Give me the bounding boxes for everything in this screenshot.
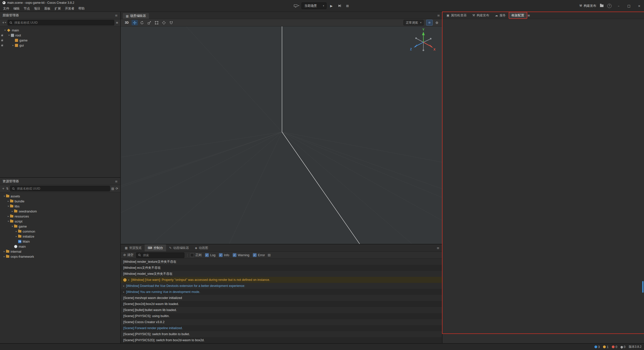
chevron-right-icon[interactable] <box>11 210 14 212</box>
tree-item[interactable]: root <box>0 33 120 38</box>
hierarchy-search-input[interactable] <box>14 21 112 25</box>
menu-item[interactable]: 开发者 <box>63 6 76 12</box>
menu-item[interactable]: 节点 <box>22 6 32 12</box>
inspector-tab[interactable]: 框架配置 <box>509 12 527 18</box>
chevron-down-icon[interactable] <box>7 220 10 223</box>
console-filter[interactable]: 正则 <box>190 253 202 257</box>
log-row[interactable]: [Window] You are running Vue in developm… <box>121 289 442 295</box>
tree-item[interactable]: game <box>0 38 120 43</box>
console-search-input[interactable] <box>142 253 182 257</box>
sort-assets-icon[interactable] <box>6 187 9 190</box>
log-row[interactable]: [Window] render_texture文件夹不存在 <box>121 259 442 265</box>
expand-log-icon[interactable] <box>123 291 125 293</box>
clear-console-button[interactable]: 清空 <box>123 253 133 257</box>
log-row[interactable]: [Scene] meshopt wasm decoder initialized <box>121 295 442 301</box>
log-row[interactable]: [Window] Download the Vue Devtools exten… <box>121 283 442 289</box>
rotate-tool-button[interactable] <box>139 20 145 25</box>
lock-icon[interactable] <box>1 35 3 36</box>
tab-scene-editor[interactable]: 场景编辑器 <box>123 13 149 19</box>
menu-item[interactable]: 帮助 <box>76 6 87 12</box>
console-filter[interactable]: Error <box>253 253 265 257</box>
chevron-right-icon[interactable] <box>3 255 6 258</box>
chevron-down-icon[interactable] <box>11 225 14 228</box>
checkbox-icon[interactable] <box>190 253 194 257</box>
console-filter[interactable]: Info <box>219 253 229 257</box>
create-asset-button[interactable] <box>2 187 5 190</box>
checkbox-icon[interactable] <box>205 253 209 257</box>
chevron-right-icon[interactable] <box>7 215 10 217</box>
projection-3d-toggle[interactable]: 3D <box>123 21 131 24</box>
expand-log-icon[interactable] <box>123 285 125 287</box>
panel-menu-icon[interactable] <box>528 14 530 17</box>
chevron-right-icon[interactable] <box>15 235 18 238</box>
log-row[interactable]: [Window] [Vue warn]: Property "onInput" … <box>121 277 442 283</box>
tree-item[interactable]: libs <box>0 204 120 209</box>
preview-target-button[interactable] <box>294 3 300 9</box>
status-warning-count[interactable]: 1 <box>603 345 609 349</box>
refresh-icon[interactable] <box>116 187 118 190</box>
console-filter[interactable]: Log <box>205 253 215 257</box>
assets-search-input[interactable] <box>16 187 108 191</box>
chevron-right-icon[interactable] <box>3 250 6 253</box>
log-row[interactable]: [Window] model_view文件夹不存在 <box>121 271 442 277</box>
layout-button[interactable] <box>344 3 350 9</box>
minimize-button[interactable] <box>615 4 622 8</box>
hierarchy-search-box[interactable] <box>8 20 114 25</box>
build-publish-button[interactable]: 构建发布 <box>579 4 596 8</box>
chevron-down-icon[interactable] <box>3 195 6 197</box>
tree-item[interactable]: oops-framework <box>0 254 120 259</box>
checkbox-icon[interactable] <box>219 253 223 257</box>
log-row[interactable]: [Scene] [PHYSICS]: using builtin. <box>121 313 442 319</box>
tree-item[interactable]: resources <box>0 214 120 219</box>
inspector-tab[interactable]: 服务 <box>493 12 508 18</box>
open-log-file-icon[interactable] <box>268 253 271 257</box>
log-row[interactable]: [Scene] [bullet]:bullet wasm lib loaded. <box>121 307 442 313</box>
status-notifications[interactable]: 0 <box>621 345 626 349</box>
lock-icon[interactable] <box>1 45 3 46</box>
view-mode-selector[interactable]: 正常浏览 <box>404 20 424 25</box>
gizmo-neg-y-knob[interactable] <box>423 50 424 51</box>
tree-item[interactable]: bundle <box>0 199 120 204</box>
lock-icon[interactable] <box>1 40 3 41</box>
console-tab[interactable]: 动画编辑器 <box>166 244 192 251</box>
panel-menu-icon[interactable] <box>437 246 441 250</box>
gizmo-neg-x-knob[interactable] <box>415 37 417 39</box>
scene-settings-button[interactable] <box>434 20 440 25</box>
log-row[interactable]: [Scene] Cocos Creator v3.8.2 <box>121 319 442 325</box>
tree-item[interactable]: common <box>0 229 120 234</box>
log-row[interactable]: [Scene] [PHYSICS]: switch from builtin t… <box>121 331 442 337</box>
play-button[interactable] <box>328 3 334 9</box>
chevron-down-icon[interactable] <box>5 22 6 24</box>
scale-tool-button[interactable] <box>146 20 152 25</box>
tree-item[interactable]: assets <box>0 194 120 199</box>
console-tab[interactable]: 动画图 <box>192 244 211 251</box>
status-error-count[interactable]: 0 <box>612 345 617 349</box>
log-row[interactable]: [Scene] [PHYSICS2D]: switch from box2d-w… <box>121 337 442 343</box>
tree-item[interactable]: gui <box>0 43 120 48</box>
assets-search-box[interactable] <box>10 186 110 191</box>
log-row[interactable]: [Scene] Forward render pipeline initiali… <box>121 325 442 331</box>
expand-log-icon[interactable] <box>128 279 130 281</box>
close-button[interactable] <box>636 4 642 8</box>
lighting-toggle-button[interactable] <box>426 20 433 26</box>
chevron-down-icon[interactable] <box>3 29 7 31</box>
console-tab[interactable]: 资源预览 <box>122 244 145 251</box>
menu-item[interactable]: 扩展 <box>53 6 63 12</box>
menu-item[interactable]: 编辑 <box>11 6 22 12</box>
list-view-icon[interactable] <box>111 187 114 190</box>
menu-item[interactable]: 面板 <box>42 6 53 12</box>
tree-item[interactable]: script <box>0 219 120 224</box>
current-scene-selector[interactable]: 当前场景 <box>302 3 327 9</box>
help-icon[interactable] <box>607 4 612 8</box>
tree-item[interactable]: internal <box>0 249 120 254</box>
move-tool-button[interactable] <box>132 20 138 25</box>
console-search-box[interactable] <box>136 252 184 258</box>
scrollbar-thumb[interactable] <box>642 281 643 293</box>
panel-menu-icon[interactable] <box>115 180 118 183</box>
panel-menu-icon[interactable] <box>437 14 440 17</box>
log-row[interactable]: [Window] ecs文件夹不存在 <box>121 265 442 271</box>
checkbox-icon[interactable] <box>253 253 257 257</box>
tree-item[interactable]: main <box>0 28 120 33</box>
tree-item[interactable]: game <box>0 224 120 229</box>
chevron-right-icon[interactable] <box>7 200 10 202</box>
